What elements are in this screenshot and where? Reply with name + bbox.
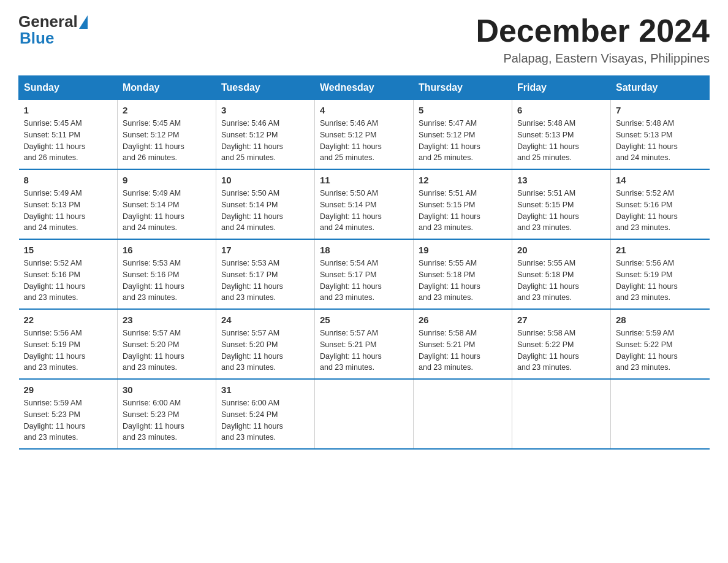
day-number: 3 bbox=[221, 105, 309, 115]
day-number: 10 bbox=[221, 175, 309, 185]
day-number: 8 bbox=[24, 175, 113, 185]
day-number: 11 bbox=[320, 175, 408, 185]
day-info: Sunrise: 5:51 AMSunset: 5:15 PMDaylight:… bbox=[419, 188, 507, 234]
day-info: Sunrise: 5:45 AMSunset: 5:12 PMDaylight:… bbox=[123, 118, 211, 164]
day-number: 24 bbox=[221, 315, 309, 325]
day-number: 16 bbox=[123, 245, 211, 255]
calendar-cell bbox=[512, 379, 611, 449]
header-tuesday: Tuesday bbox=[216, 76, 315, 100]
calendar-cell: 17Sunrise: 5:53 AMSunset: 5:17 PMDayligh… bbox=[216, 239, 315, 309]
day-info: Sunrise: 5:57 AMSunset: 5:21 PMDaylight:… bbox=[320, 327, 408, 373]
day-info: Sunrise: 5:46 AMSunset: 5:12 PMDaylight:… bbox=[320, 118, 408, 164]
calendar-cell: 12Sunrise: 5:51 AMSunset: 5:15 PMDayligh… bbox=[414, 169, 512, 239]
calendar-cell: 19Sunrise: 5:55 AMSunset: 5:18 PMDayligh… bbox=[414, 239, 512, 309]
day-info: Sunrise: 5:52 AMSunset: 5:16 PMDaylight:… bbox=[24, 258, 113, 304]
calendar-cell: 18Sunrise: 5:54 AMSunset: 5:17 PMDayligh… bbox=[315, 239, 414, 309]
calendar-cell: 11Sunrise: 5:50 AMSunset: 5:14 PMDayligh… bbox=[315, 169, 414, 239]
day-number: 25 bbox=[320, 315, 408, 325]
day-info: Sunrise: 6:00 AMSunset: 5:23 PMDaylight:… bbox=[123, 397, 211, 443]
calendar-cell: 25Sunrise: 5:57 AMSunset: 5:21 PMDayligh… bbox=[315, 309, 414, 379]
title-area: December 2024 Palapag, Eastern Visayas, … bbox=[476, 12, 710, 66]
calendar-cell: 9Sunrise: 5:49 AMSunset: 5:14 PMDaylight… bbox=[118, 169, 216, 239]
day-number: 22 bbox=[24, 315, 113, 325]
calendar-header-row: SundayMondayTuesdayWednesdayThursdayFrid… bbox=[19, 76, 710, 100]
calendar-cell: 22Sunrise: 5:56 AMSunset: 5:19 PMDayligh… bbox=[19, 309, 118, 379]
calendar-cell: 24Sunrise: 5:57 AMSunset: 5:20 PMDayligh… bbox=[216, 309, 315, 379]
day-info: Sunrise: 5:50 AMSunset: 5:14 PMDaylight:… bbox=[320, 188, 408, 234]
calendar-cell: 10Sunrise: 5:50 AMSunset: 5:14 PMDayligh… bbox=[216, 169, 315, 239]
day-info: Sunrise: 5:55 AMSunset: 5:18 PMDaylight:… bbox=[517, 258, 605, 304]
calendar-cell: 23Sunrise: 5:57 AMSunset: 5:20 PMDayligh… bbox=[118, 309, 216, 379]
day-info: Sunrise: 5:49 AMSunset: 5:13 PMDaylight:… bbox=[24, 188, 113, 234]
day-info: Sunrise: 5:54 AMSunset: 5:17 PMDaylight:… bbox=[320, 258, 408, 304]
calendar-cell: 20Sunrise: 5:55 AMSunset: 5:18 PMDayligh… bbox=[512, 239, 611, 309]
day-number: 17 bbox=[221, 245, 309, 255]
calendar-cell: 21Sunrise: 5:56 AMSunset: 5:19 PMDayligh… bbox=[611, 239, 710, 309]
day-number: 23 bbox=[123, 315, 211, 325]
day-info: Sunrise: 5:52 AMSunset: 5:16 PMDaylight:… bbox=[616, 188, 705, 234]
calendar-cell: 7Sunrise: 5:48 AMSunset: 5:13 PMDaylight… bbox=[611, 100, 710, 170]
day-info: Sunrise: 5:53 AMSunset: 5:17 PMDaylight:… bbox=[221, 258, 309, 304]
header-wednesday: Wednesday bbox=[315, 76, 414, 100]
day-number: 18 bbox=[320, 245, 408, 255]
day-number: 15 bbox=[24, 245, 113, 255]
day-number: 14 bbox=[616, 175, 705, 185]
logo-blue-text: Blue bbox=[20, 29, 54, 48]
day-number: 26 bbox=[419, 315, 507, 325]
week-row-4: 22Sunrise: 5:56 AMSunset: 5:19 PMDayligh… bbox=[19, 309, 710, 379]
day-number: 2 bbox=[123, 105, 211, 115]
calendar-title: December 2024 bbox=[476, 12, 710, 49]
day-info: Sunrise: 5:57 AMSunset: 5:20 PMDaylight:… bbox=[221, 327, 309, 373]
day-number: 6 bbox=[517, 105, 605, 115]
calendar-cell bbox=[315, 379, 414, 449]
day-number: 30 bbox=[123, 385, 211, 395]
day-info: Sunrise: 5:53 AMSunset: 5:16 PMDaylight:… bbox=[123, 258, 211, 304]
week-row-5: 29Sunrise: 5:59 AMSunset: 5:23 PMDayligh… bbox=[19, 379, 710, 449]
week-row-3: 15Sunrise: 5:52 AMSunset: 5:16 PMDayligh… bbox=[19, 239, 710, 309]
day-info: Sunrise: 5:45 AMSunset: 5:11 PMDaylight:… bbox=[24, 118, 113, 164]
calendar-cell: 2Sunrise: 5:45 AMSunset: 5:12 PMDaylight… bbox=[118, 100, 216, 170]
day-number: 19 bbox=[419, 245, 507, 255]
week-row-2: 8Sunrise: 5:49 AMSunset: 5:13 PMDaylight… bbox=[19, 169, 710, 239]
calendar-cell: 29Sunrise: 5:59 AMSunset: 5:23 PMDayligh… bbox=[19, 379, 118, 449]
day-number: 20 bbox=[517, 245, 605, 255]
week-row-1: 1Sunrise: 5:45 AMSunset: 5:11 PMDaylight… bbox=[19, 100, 710, 170]
day-info: Sunrise: 5:49 AMSunset: 5:14 PMDaylight:… bbox=[123, 188, 211, 234]
day-info: Sunrise: 5:46 AMSunset: 5:12 PMDaylight:… bbox=[221, 118, 309, 164]
day-number: 31 bbox=[221, 385, 309, 395]
day-number: 28 bbox=[616, 315, 705, 325]
day-number: 4 bbox=[320, 105, 408, 115]
calendar-table: SundayMondayTuesdayWednesdayThursdayFrid… bbox=[18, 75, 710, 450]
day-info: Sunrise: 5:48 AMSunset: 5:13 PMDaylight:… bbox=[517, 118, 605, 164]
day-info: Sunrise: 6:00 AMSunset: 5:24 PMDaylight:… bbox=[221, 397, 309, 443]
calendar-cell: 16Sunrise: 5:53 AMSunset: 5:16 PMDayligh… bbox=[118, 239, 216, 309]
day-number: 12 bbox=[419, 175, 507, 185]
header-friday: Friday bbox=[512, 76, 611, 100]
calendar-cell: 1Sunrise: 5:45 AMSunset: 5:11 PMDaylight… bbox=[19, 100, 118, 170]
logo: General Blue bbox=[18, 12, 88, 48]
day-info: Sunrise: 5:56 AMSunset: 5:19 PMDaylight:… bbox=[616, 258, 705, 304]
calendar-cell: 31Sunrise: 6:00 AMSunset: 5:24 PMDayligh… bbox=[216, 379, 315, 449]
day-info: Sunrise: 5:50 AMSunset: 5:14 PMDaylight:… bbox=[221, 188, 309, 234]
day-number: 7 bbox=[616, 105, 705, 115]
calendar-cell: 30Sunrise: 6:00 AMSunset: 5:23 PMDayligh… bbox=[118, 379, 216, 449]
header-sunday: Sunday bbox=[19, 76, 118, 100]
day-number: 5 bbox=[419, 105, 507, 115]
calendar-cell: 27Sunrise: 5:58 AMSunset: 5:22 PMDayligh… bbox=[512, 309, 611, 379]
calendar-cell: 8Sunrise: 5:49 AMSunset: 5:13 PMDaylight… bbox=[19, 169, 118, 239]
day-info: Sunrise: 5:51 AMSunset: 5:15 PMDaylight:… bbox=[517, 188, 605, 234]
calendar-cell: 14Sunrise: 5:52 AMSunset: 5:16 PMDayligh… bbox=[611, 169, 710, 239]
calendar-cell bbox=[414, 379, 512, 449]
day-info: Sunrise: 5:57 AMSunset: 5:20 PMDaylight:… bbox=[123, 327, 211, 373]
day-number: 27 bbox=[517, 315, 605, 325]
day-info: Sunrise: 5:48 AMSunset: 5:13 PMDaylight:… bbox=[616, 118, 705, 164]
logo-triangle-icon bbox=[79, 15, 88, 29]
day-number: 13 bbox=[517, 175, 605, 185]
day-number: 1 bbox=[24, 105, 113, 115]
calendar-cell: 15Sunrise: 5:52 AMSunset: 5:16 PMDayligh… bbox=[19, 239, 118, 309]
day-info: Sunrise: 5:58 AMSunset: 5:21 PMDaylight:… bbox=[419, 327, 507, 373]
day-number: 21 bbox=[616, 245, 705, 255]
calendar-cell: 6Sunrise: 5:48 AMSunset: 5:13 PMDaylight… bbox=[512, 100, 611, 170]
day-info: Sunrise: 5:56 AMSunset: 5:19 PMDaylight:… bbox=[24, 327, 113, 373]
calendar-cell: 26Sunrise: 5:58 AMSunset: 5:21 PMDayligh… bbox=[414, 309, 512, 379]
